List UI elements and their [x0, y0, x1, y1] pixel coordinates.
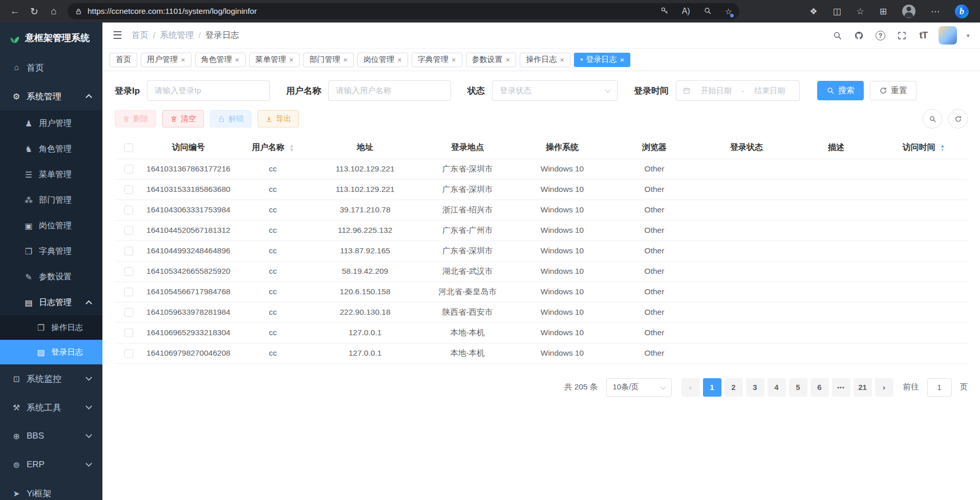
tab-close-icon[interactable]: ×	[181, 55, 185, 64]
table-row[interactable]: 1641069652933218304 cc 127.0.0.1 本地-本机 W…	[115, 322, 968, 343]
tab[interactable]: 菜单管理 ×	[249, 53, 300, 67]
page-button[interactable]: ‹	[681, 378, 700, 397]
breadcrumb-item[interactable]: 首页	[132, 30, 148, 41]
sort-desc-icon[interactable]: ▼	[289, 148, 294, 152]
browser-more-menu-icon[interactable]: ⋯	[931, 6, 940, 17]
search-button[interactable]: 搜索	[817, 81, 864, 100]
zoom-icon[interactable]	[704, 7, 712, 16]
unlock-button[interactable]: 解锁	[210, 110, 251, 127]
page-button[interactable]: 6	[811, 378, 829, 397]
sort-icons[interactable]: ▲ ▼	[940, 144, 945, 152]
avatar-dropdown-caret-icon[interactable]: ▾	[966, 32, 970, 39]
url-bar[interactable]: https://ccnetcore.com:1101/system/log/lo…	[68, 3, 739, 19]
row-checkbox[interactable]	[124, 329, 133, 337]
sidebar-item[interactable]: ✎ 参数设置	[0, 264, 102, 290]
select-all-checkbox[interactable]	[124, 143, 133, 152]
sidebar-item[interactable]: ❒ 操作日志	[0, 315, 102, 340]
row-checkbox[interactable]	[124, 206, 133, 214]
sidebar-item[interactable]: ⚒ 系统工具	[0, 393, 102, 422]
favorites-bar-icon[interactable]: ☆	[857, 6, 864, 17]
sidebar-item[interactable]: ☰ 菜单管理	[0, 162, 102, 187]
tab[interactable]: 参数设置 ×	[466, 53, 517, 67]
column-header[interactable]: 用户名称 ▲ ▼	[235, 137, 311, 159]
page-button[interactable]: 2	[725, 378, 743, 397]
table-row[interactable]: 1641031533185863680 cc 113.102.129.221 广…	[115, 179, 968, 200]
table-row[interactable]: 1641044520567181312 cc 112.96.225.132 广东…	[115, 220, 968, 241]
favorites-star-icon[interactable]: ☆	[725, 7, 732, 16]
page-button[interactable]: 1	[703, 378, 721, 397]
sidebar-item[interactable]: ⚙ 系统管理	[0, 82, 102, 111]
home-button[interactable]: ⌂	[44, 2, 63, 20]
sidebar-item[interactable]: ⁂ 部门管理	[0, 187, 102, 213]
column-header[interactable]: 描述	[793, 137, 880, 159]
tab[interactable]: 角色管理 ×	[195, 53, 246, 67]
goto-page-input[interactable]	[927, 378, 952, 397]
column-header[interactable]: 地址	[311, 137, 419, 159]
tab[interactable]: 操作日志 ×	[520, 53, 570, 67]
tab[interactable]: 字典管理 ×	[412, 53, 462, 67]
column-header[interactable]: 浏览器	[608, 137, 700, 159]
tab[interactable]: 部门管理 ×	[303, 53, 354, 67]
sidebar-item[interactable]: ▣ 岗位管理	[0, 213, 102, 238]
status-select[interactable]: 登录状态	[492, 80, 617, 101]
page-button[interactable]: 4	[768, 378, 786, 397]
refresh-page-button[interactable]: ↻	[25, 2, 44, 20]
sidebar-item[interactable]: ⌂ 首页	[0, 53, 102, 82]
sidebar-collapse-icon[interactable]: ☰	[113, 29, 122, 41]
sidebar-item[interactable]: ♞ 角色管理	[0, 136, 102, 162]
sidebar-item[interactable]: ➤ Yi框架	[0, 479, 102, 500]
tab[interactable]: 岗位管理 ×	[357, 53, 408, 67]
row-checkbox[interactable]	[124, 288, 133, 296]
reset-button[interactable]: 重置	[870, 81, 917, 100]
extensions-icon[interactable]: ❖	[809, 6, 817, 17]
column-header[interactable]: 访问时间 ▲ ▼	[880, 137, 968, 159]
row-checkbox[interactable]	[124, 267, 133, 276]
tab-close-icon[interactable]: ×	[397, 55, 402, 64]
collections-icon[interactable]: ⊞	[880, 6, 887, 17]
sidebar-item[interactable]: ♟ 用户管理	[0, 111, 102, 136]
user-avatar[interactable]	[939, 26, 957, 45]
row-checkbox[interactable]	[124, 247, 133, 255]
table-row[interactable]: 1641043063331753984 cc 39.171.210.78 浙江省…	[115, 200, 968, 220]
start-date-placeholder[interactable]: 开始日期	[693, 86, 740, 96]
header-search-icon[interactable]	[831, 31, 843, 40]
toggle-search-button[interactable]	[923, 109, 942, 128]
tab-close-icon[interactable]: ×	[343, 55, 348, 64]
tab-close-icon[interactable]: ×	[560, 55, 564, 64]
sidebar-item[interactable]: ▤ 日志管理	[0, 290, 102, 315]
column-header[interactable]: 登录状态	[700, 137, 793, 159]
page-button[interactable]: 21	[854, 378, 872, 397]
column-header[interactable]: 操作系统	[516, 137, 608, 159]
table-row[interactable]: 1641044993248464896 cc 113.87.92.165 广东省…	[115, 241, 968, 261]
tab-close-icon[interactable]: ×	[235, 55, 240, 64]
fullscreen-icon[interactable]	[896, 31, 908, 40]
clear-button[interactable]: 清空	[162, 110, 204, 127]
column-header[interactable]: 登录地点	[419, 137, 516, 159]
tab[interactable]: 首页	[110, 53, 137, 67]
tab-close-icon[interactable]: ×	[506, 55, 510, 64]
tab-close-icon[interactable]: ×	[620, 55, 625, 64]
page-button[interactable]: •••	[832, 378, 850, 397]
column-header[interactable]: 访问编号	[142, 137, 235, 159]
browser-profile-avatar[interactable]	[902, 5, 915, 18]
sidebar-item[interactable]: ❐ 字典管理	[0, 238, 102, 264]
breadcrumb-item[interactable]: 系统管理	[160, 30, 194, 41]
breadcrumb-item[interactable]: 登录日志	[205, 30, 239, 41]
sidebar-item[interactable]: ⊚ ERP	[0, 450, 102, 479]
github-icon[interactable]	[853, 31, 865, 40]
table-row[interactable]: 1641069798270046208 cc 127.0.0.1 本地-本机 W…	[115, 343, 968, 363]
tab[interactable]: 用户管理 ×	[141, 53, 191, 67]
sort-desc-icon[interactable]: ▼	[940, 148, 945, 152]
page-button[interactable]: 3	[746, 378, 764, 397]
end-date-placeholder[interactable]: 结束日期	[747, 86, 794, 96]
page-size-select[interactable]: 10条/页	[606, 378, 672, 397]
read-aloud-icon[interactable]: A)	[682, 7, 690, 16]
tab-close-icon[interactable]: ×	[452, 55, 456, 64]
row-checkbox[interactable]	[124, 226, 133, 235]
refresh-table-button[interactable]	[948, 109, 968, 128]
url-text[interactable]: https://ccnetcore.com:1101/system/log/lo…	[88, 7, 661, 16]
row-checkbox[interactable]	[124, 185, 133, 194]
copilot-icon[interactable]: b	[955, 5, 969, 18]
row-checkbox[interactable]	[124, 308, 133, 317]
back-button[interactable]: ←	[5, 2, 25, 20]
